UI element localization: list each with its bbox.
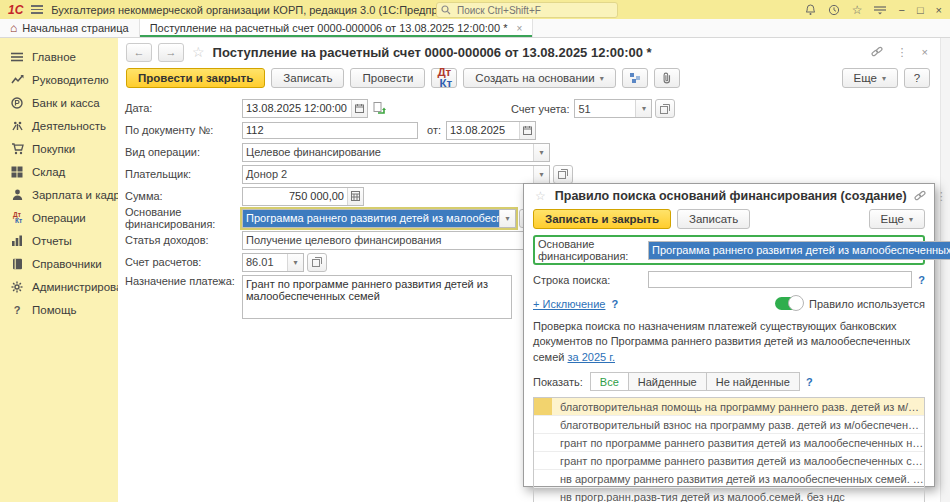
sidebar-item-label: Главное (32, 51, 76, 63)
forward-button[interactable]: → (158, 43, 184, 62)
show-help-icon[interactable]: ? (806, 376, 813, 388)
chevron-down-icon[interactable]: ▾ (533, 144, 549, 161)
chevron-down-icon[interactable]: ▾ (635, 100, 651, 117)
search-string-label: Строка поиска: (533, 274, 648, 286)
rule-used-toggle[interactable] (775, 297, 802, 310)
search-help-icon[interactable]: ? (918, 274, 925, 286)
main-menu-icon[interactable] (31, 5, 43, 14)
docnum-input[interactable] (242, 122, 418, 139)
list-item[interactable]: благотворительный взнос на программу раз… (534, 416, 924, 434)
sidebar-item-main[interactable]: Главное (0, 45, 118, 68)
check-description: Проверка поиска по назначениям платежей … (533, 319, 925, 365)
list-item[interactable]: грант по программе раннего развития дете… (534, 434, 924, 452)
list-item[interactable]: грант по программе раннего развития дете… (534, 452, 924, 470)
save-and-close-button[interactable]: Записать и закрыть (533, 209, 671, 229)
get-link-icon[interactable] (914, 190, 926, 202)
add-exception-link[interactable]: + Исключение (533, 298, 605, 310)
sidebar-item-activity[interactable]: Деятельность (0, 114, 118, 137)
structure-button[interactable] (622, 68, 648, 88)
sidebar-item-bank-cash[interactable]: Банк и касса (0, 91, 118, 114)
1c-logo: 1С (8, 3, 23, 17)
sidebar-item-warehouse[interactable]: Склад (0, 160, 118, 183)
close-window-button[interactable]: × (936, 4, 942, 16)
boxes-icon (10, 165, 24, 179)
search-input[interactable] (455, 4, 599, 17)
period-link[interactable]: за 2025 г. (568, 351, 615, 363)
trend-icon (10, 73, 24, 87)
post-and-close-button[interactable]: Провести и закрыть (126, 68, 265, 88)
get-link-icon[interactable] (871, 46, 883, 58)
notifications-bell-icon[interactable] (805, 4, 816, 16)
funding-basis-label: Основание финансирования: (125, 206, 242, 230)
calendar-icon[interactable] (519, 122, 535, 139)
list-item[interactable]: благотворительная помощь на программу ра… (534, 398, 924, 416)
global-search[interactable] (436, 2, 618, 18)
funding-basis-value[interactable]: Программа раннего развития детей из мало… (243, 210, 499, 227)
row-marker (534, 452, 552, 469)
sidebar-item-payroll[interactable]: Зарплата и кадры (0, 183, 118, 206)
tab-document[interactable]: Поступление на расчетный счет 0000-00000… (140, 19, 534, 37)
chevron-down-icon[interactable]: ▾ (499, 210, 515, 227)
tab-home[interactable]: ⌂ Начальная страница (0, 19, 140, 37)
history-icon[interactable] (828, 4, 840, 16)
funding-basis-value[interactable]: Программа раннего развития детей из мало… (649, 242, 950, 259)
save-button[interactable]: Записать (271, 68, 344, 88)
save-button[interactable]: Записать (677, 209, 750, 229)
favorite-star-icon[interactable]: ☆ (535, 189, 546, 203)
payment-purpose-textarea[interactable]: Грант по программе раннего развития дете… (242, 275, 512, 319)
maximize-button[interactable]: □ (917, 4, 924, 16)
list-item-text: нв прогр.ранн.разв-тия детей из малооб.с… (552, 491, 845, 502)
open-payer-icon[interactable] (553, 165, 573, 184)
sidebar-item-administration[interactable]: Администрирование (0, 275, 118, 298)
search-string-input[interactable] (648, 271, 912, 288)
favorite-star-icon[interactable]: ☆ (192, 44, 205, 60)
sidebar-item-manager[interactable]: Руководителю (0, 68, 118, 91)
operation-type-value[interactable]: Целевое финансирование (243, 144, 533, 161)
menu-icon (10, 50, 24, 64)
list-item-text: грант по программе раннего развития дете… (552, 455, 924, 467)
amount-label: Сумма: (125, 190, 242, 202)
post-button[interactable]: Провести (350, 68, 425, 88)
attachments-button[interactable] (654, 68, 680, 88)
payer-value[interactable]: Донор 2 (243, 166, 533, 183)
tab-close-icon[interactable]: × (516, 23, 522, 34)
help-button[interactable]: ? (904, 68, 930, 88)
calculator-icon[interactable] (347, 188, 363, 205)
sidebar-item-directories[interactable]: Справочники (0, 252, 118, 275)
chevron-down-icon[interactable]: ▾ (533, 166, 549, 183)
more-button[interactable]: Еще ▾ (842, 68, 898, 88)
show-not-found-button[interactable]: Не найденные (707, 372, 800, 391)
book-icon (10, 257, 24, 271)
minimize-button[interactable]: − (898, 4, 904, 16)
back-button[interactable]: ← (126, 43, 152, 62)
create-based-on-button[interactable]: Создать на основании ▾ (463, 68, 615, 88)
show-found-button[interactable]: Найденные (629, 372, 707, 391)
amount-input[interactable] (243, 188, 347, 205)
chevron-down-icon[interactable]: ▾ (287, 254, 303, 271)
exception-help-icon[interactable]: ? (611, 298, 618, 310)
close-form-icon[interactable]: × (922, 46, 928, 58)
open-account-icon[interactable] (655, 99, 675, 118)
income-item-value[interactable]: Получение целевого финансирования (243, 232, 533, 249)
account-value[interactable]: 51 (575, 100, 635, 117)
favorites-star-icon[interactable]: ☆ (852, 3, 863, 17)
sidebar-item-reports[interactable]: Отчеты (0, 229, 118, 252)
date-input[interactable] (243, 100, 351, 117)
list-item[interactable]: нв прогр.ранн.разв-тия детей из малооб.с… (534, 488, 924, 502)
list-item[interactable]: нв арограмму раннего развития детей из м… (534, 470, 924, 488)
show-filter: Показать: Все Найденные Не найденные ? (533, 372, 925, 391)
open-settlement-account-icon[interactable] (307, 253, 327, 272)
more-dots-icon[interactable]: ⋮ (897, 46, 908, 59)
sidebar-item-purchases[interactable]: Покупки (0, 137, 118, 160)
docdate-input[interactable] (447, 122, 519, 139)
more-button[interactable]: Еще ▾ (869, 209, 925, 229)
service-menu-icon[interactable] (874, 5, 886, 15)
fill-from-document-icon[interactable] (373, 102, 386, 114)
calendar-icon[interactable] (351, 100, 367, 117)
sidebar-item-operations[interactable]: ДтКт Операции (0, 206, 118, 229)
show-all-button[interactable]: Все (590, 372, 629, 391)
more-dots-icon[interactable]: ⋮ (936, 190, 947, 203)
settlement-account-value[interactable]: 86.01 (243, 254, 287, 271)
sidebar-item-help[interactable]: ? Помощь (0, 298, 118, 321)
dtkt-postings-button[interactable]: ДтКт (431, 68, 457, 88)
